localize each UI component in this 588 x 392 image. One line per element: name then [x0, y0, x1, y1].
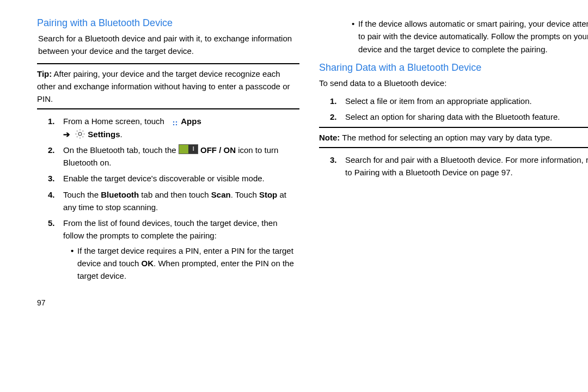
- manual-page: Pairing with a Bluetooth Device Search f…: [0, 11, 588, 307]
- step-5-sub-1: If the target device requires a PIN, ent…: [71, 244, 299, 283]
- share-step-3: Search for and pair with a Bluetooth dev…: [345, 154, 588, 179]
- divider: [319, 147, 588, 148]
- pairing-intro: Search for a Bluetooth device and pair w…: [38, 32, 299, 58]
- sharing-steps: Select a file or item from an appropriat…: [319, 95, 588, 124]
- apps-label: Apps: [181, 117, 201, 126]
- step-1-text-a: From a Home screen, touch: [63, 117, 167, 126]
- step-4: Touch the Bluetooth tab and then touch S…: [63, 188, 299, 214]
- apps-icon: [167, 115, 179, 126]
- sharing-intro: To send data to a Bluetooth device:: [319, 77, 588, 89]
- ok-label: OK: [142, 259, 154, 268]
- right-column: If the device allows automatic or smart …: [319, 11, 588, 307]
- divider: [37, 108, 299, 109]
- step-5-text: From the list of found devices, touch th…: [63, 218, 278, 240]
- step-4-c: . Touch: [231, 190, 259, 199]
- scan-label: Scan: [211, 190, 231, 199]
- note-label: Note:: [319, 133, 340, 142]
- toggle-icon: [179, 144, 198, 154]
- tip-label: Tip:: [37, 69, 52, 78]
- step-4-b: tab and then touch: [139, 190, 211, 199]
- step-1: From a Home screen, touch Apps ➔ Setting…: [63, 115, 299, 140]
- note-block: Note: The method for selecting an option…: [319, 131, 588, 144]
- heading-sharing: Sharing Data with a Bluetooth Device: [319, 62, 588, 74]
- divider: [319, 127, 588, 128]
- step-4-a: Touch the: [63, 190, 101, 199]
- tip-text: After pairing, your device and the targe…: [37, 69, 290, 104]
- step-2-text-a: On the Bluetooth tab, touch the: [63, 145, 179, 155]
- page-number: 97: [37, 298, 299, 307]
- settings-label: Settings: [88, 130, 120, 139]
- cont-sub-item: If the device allows automatic or smart …: [352, 17, 588, 56]
- step-5-sub: If the target device requires a PIN, ent…: [63, 244, 299, 283]
- toggle-label: OFF / ON: [200, 145, 236, 155]
- step-2: On the Bluetooth tab, touch the OFF / ON…: [63, 144, 299, 169]
- bluetooth-label: Bluetooth: [101, 190, 139, 199]
- stop-label: Stop: [259, 190, 277, 199]
- left-column: Pairing with a Bluetooth Device Search f…: [37, 11, 299, 307]
- sharing-steps-cont: Search for and pair with a Bluetooth dev…: [319, 154, 588, 179]
- heading-pairing: Pairing with a Bluetooth Device: [37, 17, 299, 29]
- tip-block: Tip: After pairing, your device and the …: [37, 68, 299, 106]
- gear-icon: [75, 128, 85, 139]
- share-step-1: Select a file or item from an appropriat…: [345, 95, 588, 107]
- arrow-icon: ➔: [63, 128, 70, 140]
- period: .: [120, 130, 122, 139]
- step-5: From the list of found devices, touch th…: [63, 217, 299, 282]
- svg-point-0: [78, 132, 82, 136]
- pairing-steps: From a Home screen, touch Apps ➔ Setting…: [37, 115, 299, 282]
- note-text: The method for selecting an option may v…: [342, 133, 552, 142]
- divider: [37, 63, 299, 64]
- step-3: Enable the target device's discoverable …: [63, 172, 299, 185]
- share-step-2: Select an option for sharing data with t…: [345, 111, 588, 123]
- cont-sub: If the device allows automatic or smart …: [319, 17, 588, 56]
